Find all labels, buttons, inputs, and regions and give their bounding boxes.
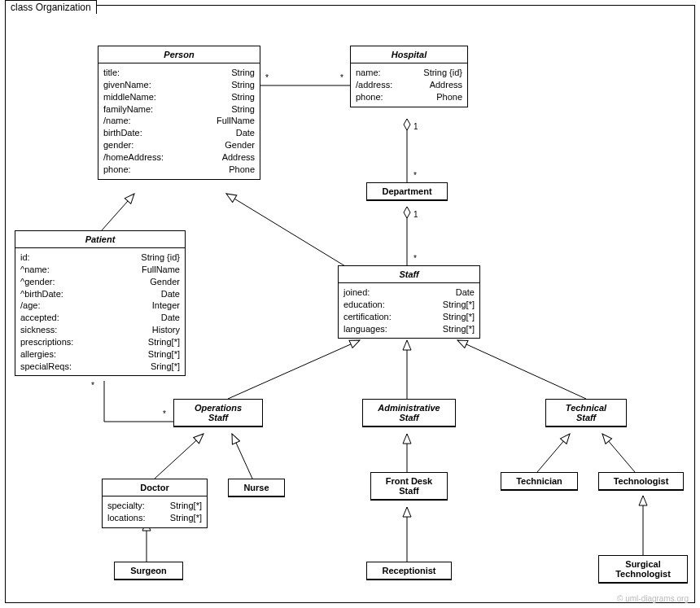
class-title: Patient (15, 231, 185, 247)
class-title: AdministrativeStaff (363, 400, 455, 426)
class-surgeon: Surgeon (114, 562, 183, 580)
class-title: TechnicalStaff (546, 400, 626, 426)
class-surgical-technologist: SurgicalTechnologist (598, 555, 688, 584)
class-attrs: title:String givenName:String middleName… (98, 63, 260, 179)
mult-person-hospital-left: * (265, 73, 269, 82)
mult-person-hospital-right: * (340, 73, 343, 82)
mult-patient-ops-left: * (91, 381, 94, 390)
class-title: Department (367, 183, 447, 200)
class-department: Department (366, 182, 448, 201)
class-title: Surgeon (115, 562, 182, 580)
frame-label: class Organization (5, 0, 97, 14)
class-operations-staff: OperationsStaff (173, 399, 263, 427)
class-attrs: name:String {id} /address:Address phone:… (351, 63, 467, 107)
class-title: Hospital (351, 46, 467, 63)
mult-dept-staff-bottom: * (413, 254, 417, 263)
class-title: OperationsStaff (174, 400, 262, 426)
class-title: Front DeskStaff (371, 473, 447, 500)
class-title: Doctor (103, 479, 207, 496)
class-title: Nurse (229, 479, 284, 496)
class-title: Receptionist (367, 562, 451, 580)
class-attrs: specialty:String[*] locations:String[*] (103, 496, 207, 527)
class-title: SurgicalTechnologist (599, 556, 687, 583)
mult-dept-staff-top: 1 (413, 210, 418, 219)
class-title: Technician (501, 473, 577, 490)
class-technician: Technician (501, 472, 578, 491)
class-title: Person (98, 46, 260, 63)
uml-canvas: class Organization (0, 0, 700, 608)
class-staff: Staff joined:Date education:String[*] ce… (338, 265, 480, 339)
mult-patient-ops-right: * (163, 409, 166, 418)
mult-hospital-dept-top: 1 (413, 122, 418, 131)
mult-hospital-dept-bottom: * (413, 171, 417, 180)
class-technical-staff: TechnicalStaff (545, 399, 627, 427)
class-hospital: Hospital name:String {id} /address:Addre… (350, 46, 468, 107)
class-doctor: Doctor specialty:String[*] locations:Str… (102, 479, 208, 528)
class-receptionist: Receptionist (366, 562, 452, 580)
class-attrs: id:String {id} ^name:FullName ^gender:Ge… (15, 248, 185, 375)
class-title: Staff (339, 266, 479, 282)
class-technologist: Technologist (598, 472, 684, 491)
watermark: © uml-diagrams.org (617, 594, 689, 603)
class-nurse: Nurse (228, 479, 285, 497)
class-admin-staff: AdministrativeStaff (362, 399, 456, 427)
class-title: Technologist (599, 473, 683, 490)
class-person: Person title:String givenName:String mid… (98, 46, 260, 180)
class-frontdesk-staff: Front DeskStaff (370, 472, 448, 501)
class-patient: Patient id:String {id} ^name:FullName ^g… (15, 230, 186, 376)
class-attrs: joined:Date education:String[*] certific… (339, 283, 479, 338)
